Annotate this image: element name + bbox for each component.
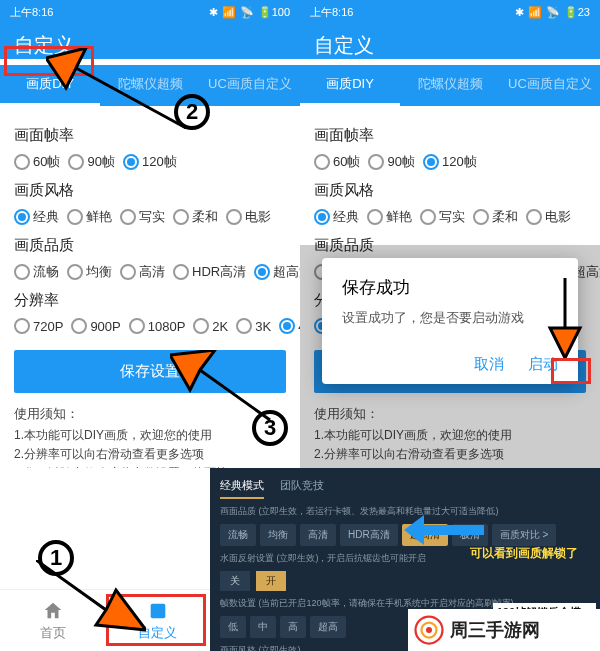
- radio-option[interactable]: 柔和: [473, 208, 518, 226]
- radio-option[interactable]: 720P: [14, 318, 63, 334]
- radio-option[interactable]: 120帧: [423, 153, 477, 171]
- chip-option[interactable]: 中: [250, 616, 276, 638]
- tab-diy[interactable]: 画质DIY: [300, 65, 400, 106]
- chip-option-selected[interactable]: 超高清: [402, 524, 448, 546]
- status-icons: ✱ 📶 📡 🔋100: [209, 6, 290, 19]
- quality-title: 画质品质: [14, 236, 286, 255]
- radio-option[interactable]: 鲜艳: [367, 208, 412, 226]
- style-options: 经典 鲜艳 写实 柔和 电影: [314, 208, 586, 226]
- radio-option[interactable]: 柔和: [173, 208, 218, 226]
- radio-option[interactable]: 60帧: [314, 153, 360, 171]
- radio-option[interactable]: 2K: [193, 318, 228, 334]
- radio-option[interactable]: 900P: [71, 318, 120, 334]
- cancel-button[interactable]: 取消: [474, 355, 504, 374]
- radio-option[interactable]: 经典: [14, 208, 59, 226]
- chip-option[interactable]: 低: [220, 616, 246, 638]
- status-icons: ✱ 📶 📡 🔋23: [515, 6, 590, 19]
- radio-option[interactable]: 120帧: [123, 153, 177, 171]
- chip-option[interactable]: 高清: [300, 524, 336, 546]
- tab-gyro[interactable]: 陀螺仪超频: [400, 65, 500, 106]
- chip-option[interactable]: 超高: [310, 616, 346, 638]
- usage-item: 2.分辨率可以向右滑动查看更多选项: [14, 446, 286, 463]
- style-title: 画质风格: [314, 181, 586, 200]
- toggle-off[interactable]: 关: [220, 571, 250, 591]
- tab-uc[interactable]: UC画质自定义: [200, 65, 300, 106]
- fps-title: 画面帧率: [14, 126, 286, 145]
- tab-gyro[interactable]: 陀螺仪超频: [100, 65, 200, 106]
- radio-option[interactable]: 4K: [279, 318, 300, 334]
- radio-option[interactable]: 90帧: [68, 153, 114, 171]
- radio-option[interactable]: HDR高清: [173, 263, 246, 281]
- radio-option[interactable]: 经典: [314, 208, 359, 226]
- fps-title: 画面帧率: [314, 126, 586, 145]
- settings-content: 画面帧率 60帧 90帧 120帧 画质风格 经典 鲜艳 写实 柔和 电影 画质…: [0, 106, 300, 468]
- radio-option[interactable]: 高清: [120, 263, 165, 281]
- save-button[interactable]: 保存设置: [14, 350, 286, 393]
- chip-option[interactable]: HDR高清: [340, 524, 398, 546]
- bluetooth-icon: ✱: [515, 6, 524, 19]
- wifi-icon: 📡: [546, 6, 560, 19]
- chip-option[interactable]: 高: [280, 616, 306, 638]
- quality-options: 流畅 均衡 高清 HDR高清 超高清: [14, 263, 286, 281]
- radio-option[interactable]: 均衡: [67, 263, 112, 281]
- chip-compare[interactable]: 画质对比 >: [492, 524, 557, 546]
- radio-option[interactable]: 90帧: [368, 153, 414, 171]
- radio-option[interactable]: 3K: [236, 318, 271, 334]
- nav-label: 首页: [40, 624, 66, 642]
- signal-icon: 📶: [528, 6, 542, 19]
- nav-home[interactable]: 首页: [0, 590, 105, 651]
- status-time: 上午8:16: [10, 5, 53, 20]
- status-bar: 上午8:16 ✱ 📶 📡 🔋100: [0, 0, 300, 24]
- game-tabs: 经典模式 团队竞技: [220, 474, 590, 499]
- style-title: 画质风格: [14, 181, 286, 200]
- annotation-step-1: 1: [38, 540, 74, 576]
- battery-icon: 🔋100: [258, 6, 290, 19]
- fps-options: 60帧 90帧 120帧: [14, 153, 286, 171]
- tab-bar: 画质DIY 陀螺仪超频 UC画质自定义: [300, 65, 600, 106]
- res-options: 720P 900P 1080P 2K 3K 4K: [14, 318, 286, 334]
- radio-option[interactable]: 流畅: [14, 263, 59, 281]
- radio-option[interactable]: 写实: [120, 208, 165, 226]
- dialog-message: 设置成功了，您是否要启动游戏: [342, 309, 558, 327]
- settings-icon: [147, 600, 169, 622]
- radio-option[interactable]: 写实: [420, 208, 465, 226]
- fps-options: 60帧 90帧 120帧: [314, 153, 586, 171]
- radio-option[interactable]: 60帧: [14, 153, 60, 171]
- quality-chips: 流畅 均衡 高清 HDR高清 超高清 极清 画质对比 >: [220, 524, 590, 546]
- phone-right: 上午8:16 ✱ 📶 📡 🔋23 自定义 画质DIY 陀螺仪超频 UC画质自定义…: [300, 0, 600, 468]
- wifi-icon: 📡: [240, 6, 254, 19]
- radio-option[interactable]: 1080P: [129, 318, 186, 334]
- nav-label: 自定义: [138, 624, 177, 642]
- brand-logo-icon: [414, 615, 444, 645]
- chip-option[interactable]: 流畅: [220, 524, 256, 546]
- chip-option[interactable]: 极清: [452, 524, 488, 546]
- svg-point-3: [426, 627, 432, 633]
- page-title: 自定义: [0, 24, 300, 59]
- bottom-nav: 首页 自定义: [0, 589, 210, 651]
- signal-icon: 📶: [222, 6, 236, 19]
- game-tab-classic[interactable]: 经典模式: [220, 474, 264, 499]
- confirm-button[interactable]: 启动: [528, 355, 558, 374]
- status-time: 上午8:16: [310, 5, 353, 20]
- nav-custom[interactable]: 自定义: [105, 590, 210, 651]
- radio-option[interactable]: 超高清: [254, 263, 300, 281]
- reflection-row-label: 水面反射设置 (立即生效)，开启后抗锯齿也可能开启: [220, 552, 590, 565]
- usage-notes: 使用须知： 1.本功能可以DIY画质，欢迎您的使用 2.分辨率可以向右滑动查看更…: [14, 405, 286, 468]
- brand-name: 周三手游网: [450, 618, 540, 642]
- quality-row-label: 画面品质 (立即生效，若运行卡顿、发热最高和耗电量过大可适当降低): [220, 505, 590, 518]
- radio-option[interactable]: 电影: [226, 208, 271, 226]
- radio-option[interactable]: 鲜艳: [67, 208, 112, 226]
- game-tab-team[interactable]: 团队竞技: [280, 474, 324, 499]
- reflection-toggle: 关 开: [220, 571, 590, 591]
- tab-bar: 画质DIY 陀螺仪超频 UC画质自定义: [0, 65, 300, 106]
- tab-uc[interactable]: UC画质自定义: [500, 65, 600, 106]
- dialog-title: 保存成功: [342, 276, 558, 299]
- save-dialog: 保存成功 设置成功了，您是否要启动游戏 取消 启动: [322, 258, 578, 384]
- usage-item: 1.本功能可以DIY画质，欢迎您的使用: [14, 427, 286, 444]
- svg-rect-0: [150, 603, 165, 618]
- chip-option[interactable]: 均衡: [260, 524, 296, 546]
- res-title: 分辨率: [14, 291, 286, 310]
- toggle-on[interactable]: 开: [256, 571, 286, 591]
- radio-option[interactable]: 电影: [526, 208, 571, 226]
- tab-diy[interactable]: 画质DIY: [0, 65, 100, 106]
